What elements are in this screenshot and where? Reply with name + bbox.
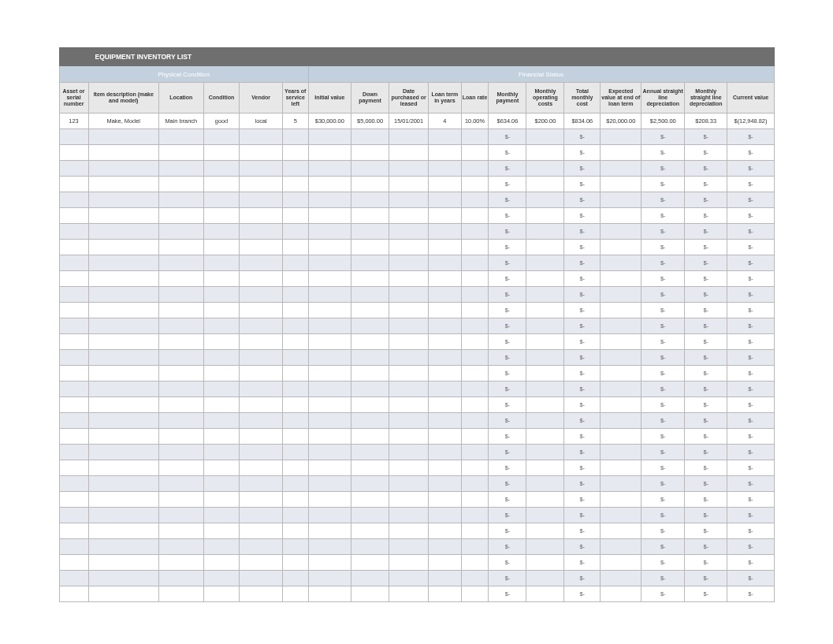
cell[interactable] (308, 271, 351, 287)
cell[interactable] (240, 208, 283, 224)
cell[interactable]: $- (684, 508, 727, 523)
cell[interactable] (240, 460, 283, 476)
cell[interactable] (158, 555, 203, 571)
cell[interactable] (601, 129, 641, 145)
cell[interactable]: $- (641, 539, 685, 555)
cell[interactable] (308, 492, 351, 508)
cell[interactable] (601, 145, 641, 161)
cell[interactable] (351, 145, 389, 161)
cell[interactable] (282, 240, 308, 255)
cell[interactable] (429, 287, 461, 303)
cell[interactable] (429, 413, 461, 429)
cell[interactable] (88, 413, 158, 429)
cell[interactable] (158, 255, 203, 271)
cell[interactable] (88, 523, 158, 539)
cell[interactable] (158, 445, 203, 460)
cell[interactable] (59, 334, 88, 350)
cell[interactable] (429, 555, 461, 571)
cell[interactable] (429, 224, 461, 240)
cell[interactable]: $- (641, 571, 685, 586)
cell[interactable]: 4 (429, 114, 461, 129)
cell[interactable] (59, 508, 88, 523)
cell[interactable] (351, 476, 389, 492)
cell[interactable]: $- (727, 555, 774, 571)
cell[interactable]: $- (727, 240, 774, 255)
cell[interactable]: $- (641, 492, 685, 508)
cell[interactable] (203, 445, 240, 460)
cell[interactable] (526, 208, 564, 224)
cell[interactable] (526, 492, 564, 508)
cell[interactable] (158, 523, 203, 539)
cell[interactable] (158, 208, 203, 224)
cell[interactable] (351, 318, 389, 334)
cell[interactable] (59, 350, 88, 366)
cell[interactable]: $- (489, 445, 526, 460)
cell[interactable] (351, 382, 389, 397)
cell[interactable] (282, 555, 308, 571)
cell[interactable] (282, 492, 308, 508)
cell[interactable] (240, 287, 283, 303)
cell[interactable]: $- (641, 161, 685, 177)
cell[interactable] (59, 161, 88, 177)
cell[interactable] (88, 586, 158, 602)
cell[interactable] (308, 586, 351, 602)
cell[interactable]: $- (564, 555, 601, 571)
cell[interactable] (429, 508, 461, 523)
cell[interactable]: $- (684, 555, 727, 571)
cell[interactable] (429, 334, 461, 350)
cell[interactable]: $- (727, 208, 774, 224)
cell[interactable] (88, 177, 158, 192)
cell[interactable] (240, 508, 283, 523)
cell[interactable] (461, 350, 489, 366)
cell[interactable] (158, 287, 203, 303)
cell[interactable]: $- (641, 366, 685, 382)
cell[interactable] (526, 255, 564, 271)
cell[interactable] (461, 145, 489, 161)
cell[interactable] (203, 508, 240, 523)
cell[interactable] (429, 161, 461, 177)
cell[interactable] (461, 334, 489, 350)
cell[interactable]: $- (489, 413, 526, 429)
cell[interactable] (601, 397, 641, 413)
cell[interactable]: $5,000.00 (351, 114, 389, 129)
cell[interactable]: $- (684, 492, 727, 508)
cell[interactable] (351, 192, 389, 208)
cell[interactable] (429, 429, 461, 445)
cell[interactable] (282, 208, 308, 224)
cell[interactable]: $- (641, 382, 685, 397)
cell[interactable]: $- (564, 271, 601, 287)
cell[interactable] (88, 129, 158, 145)
cell[interactable]: $- (489, 508, 526, 523)
cell[interactable] (351, 208, 389, 224)
cell[interactable]: $- (564, 287, 601, 303)
cell[interactable] (389, 271, 429, 287)
cell[interactable] (308, 303, 351, 318)
cell[interactable] (282, 539, 308, 555)
cell[interactable] (308, 161, 351, 177)
cell[interactable]: $- (641, 334, 685, 350)
cell[interactable]: $- (684, 523, 727, 539)
cell[interactable] (429, 129, 461, 145)
cell[interactable]: $- (489, 145, 526, 161)
cell[interactable]: $- (684, 445, 727, 460)
cell[interactable]: $634.06 (489, 114, 526, 129)
cell[interactable]: $- (489, 192, 526, 208)
cell[interactable] (351, 177, 389, 192)
cell[interactable] (240, 129, 283, 145)
cell[interactable] (88, 192, 158, 208)
cell[interactable] (429, 271, 461, 287)
cell[interactable] (351, 429, 389, 445)
cell[interactable] (88, 318, 158, 334)
cell[interactable] (601, 460, 641, 476)
cell[interactable] (88, 255, 158, 271)
cell[interactable]: $- (641, 318, 685, 334)
cell[interactable] (429, 145, 461, 161)
cell[interactable] (59, 129, 88, 145)
cell[interactable]: $- (727, 287, 774, 303)
cell[interactable]: $- (641, 397, 685, 413)
cell[interactable] (389, 539, 429, 555)
cell[interactable] (461, 161, 489, 177)
cell[interactable] (59, 208, 88, 224)
cell[interactable] (203, 492, 240, 508)
cell[interactable] (461, 508, 489, 523)
